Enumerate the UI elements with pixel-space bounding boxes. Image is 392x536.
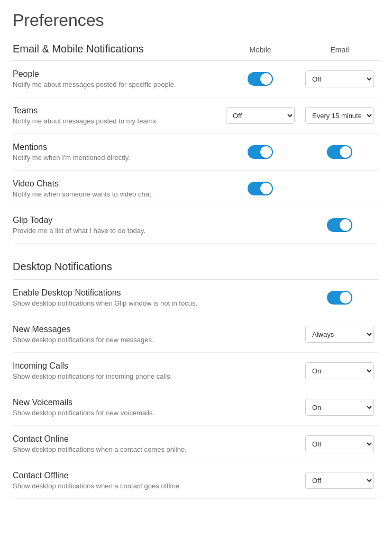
glip-today-desc: Provide me a list of what I have to do t… — [13, 227, 221, 235]
email-mobile-section: Email & Mobile Notifications Mobile Emai… — [13, 43, 379, 244]
mentions-row: Mentions Notify me when I'm mentioned di… — [13, 134, 379, 171]
people-name: People — [13, 69, 221, 79]
glip-today-email-toggle[interactable] — [327, 218, 352, 232]
contact-online-select[interactable]: Always On Off — [305, 435, 374, 452]
mentions-email-toggle[interactable] — [327, 145, 352, 159]
new-messages-select[interactable]: Always On Off — [305, 326, 374, 343]
people-row: People Notify me about messages posted f… — [13, 61, 379, 97]
enable-desktop-desc: Show desktop notifications when Glip win… — [13, 299, 300, 307]
col-header-email: Email — [300, 46, 379, 54]
teams-name: Teams — [13, 106, 221, 115]
mentions-name: Mentions — [13, 142, 221, 152]
contact-offline-row: Contact Offline Show desktop notificatio… — [13, 462, 379, 499]
desktop-section: Desktop Notifications Enable Desktop Not… — [13, 261, 379, 499]
enable-desktop-name: Enable Desktop Notifications — [13, 288, 300, 298]
contact-online-row: Contact Online Show desktop notification… — [13, 426, 379, 462]
incoming-calls-desc: Show desktop notifications for incoming … — [13, 372, 300, 380]
page-title: Preferences — [13, 11, 379, 30]
video-chats-desc: Notify me when someone wants to video ch… — [13, 190, 221, 198]
mentions-mobile-toggle[interactable] — [248, 145, 273, 159]
people-mobile-toggle[interactable] — [248, 72, 273, 86]
teams-row: Teams Notify me about messages posted to… — [13, 97, 379, 134]
teams-email-select[interactable]: Off Every 15 minutes Every hour Daily — [305, 107, 374, 124]
col-header-mobile: Mobile — [221, 46, 300, 54]
desktop-section-title: Desktop Notifications — [13, 261, 112, 272]
video-chats-row: Video Chats Notify me when someone wants… — [13, 171, 379, 207]
glip-today-name: Glip Today — [13, 216, 221, 225]
mentions-desc: Notify me when I'm mentioned directly. — [13, 154, 221, 162]
glip-today-row: Glip Today Provide me a list of what I h… — [13, 207, 379, 244]
new-voicemails-name: New Voicemails — [13, 398, 300, 407]
new-messages-name: New Messages — [13, 325, 300, 334]
new-messages-row: New Messages Show desktop notifications … — [13, 316, 379, 353]
contact-online-desc: Show desktop notifications when a contac… — [13, 445, 300, 453]
teams-mobile-select[interactable]: Off Every 15 minutes Every hour Daily — [226, 107, 295, 124]
video-chats-mobile-toggle[interactable] — [248, 182, 273, 195]
contact-offline-name: Contact Offline — [13, 471, 300, 480]
incoming-calls-select[interactable]: Always On Off — [305, 362, 374, 379]
new-messages-desc: Show desktop notifications for new messa… — [13, 336, 300, 344]
enable-desktop-row: Enable Desktop Notifications Show deskto… — [13, 280, 379, 316]
incoming-calls-row: Incoming Calls Show desktop notification… — [13, 353, 379, 389]
email-mobile-section-title: Email & Mobile Notifications — [13, 43, 144, 55]
contact-online-name: Contact Online — [13, 434, 300, 444]
new-voicemails-desc: Show desktop notifications for new voice… — [13, 409, 300, 417]
people-desc: Notify me about messages posted for spec… — [13, 81, 221, 88]
new-voicemails-select[interactable]: Always On Off — [305, 399, 374, 416]
teams-desc: Notify me about messages posted to my te… — [13, 117, 221, 125]
new-voicemails-row: New Voicemails Show desktop notification… — [13, 389, 379, 426]
incoming-calls-name: Incoming Calls — [13, 361, 300, 371]
contact-offline-desc: Show desktop notifications when a contac… — [13, 482, 300, 490]
video-chats-name: Video Chats — [13, 179, 221, 189]
people-email-select[interactable]: Off Every 15 minutes Every hour Daily — [305, 70, 374, 87]
contact-offline-select[interactable]: Always On Off — [305, 472, 374, 489]
enable-desktop-toggle[interactable] — [327, 291, 352, 305]
